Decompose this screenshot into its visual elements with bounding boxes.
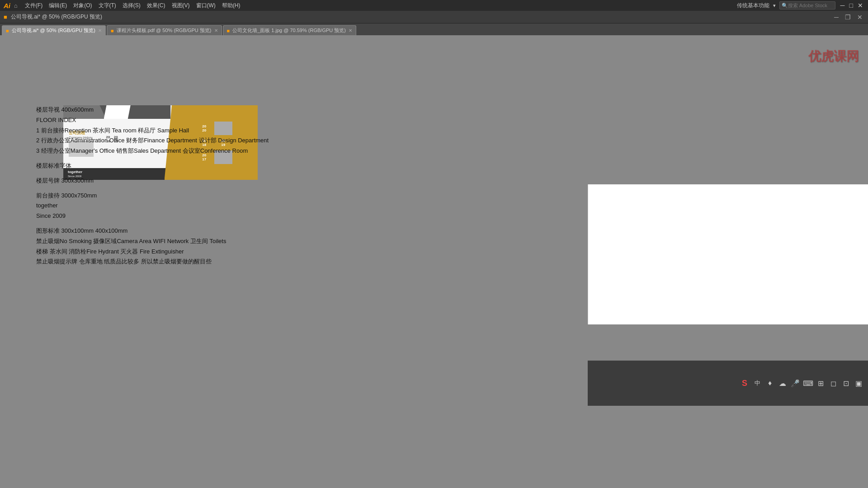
floor-badge-section: 楼层号牌 300x300mm — [36, 176, 375, 186]
search-icon: 🔍 — [782, 3, 788, 9]
floor-badge-size: 楼层号牌 300x300mm — [36, 176, 375, 186]
watermark: 优虎课网 — [808, 48, 859, 65]
note: 禁止吸烟提示牌 仓库重地 纸质品比较多 所以禁止吸烟要做的醒目些 — [36, 257, 375, 267]
title-text: 公司导视.ai* @ 50% (RGB/GPU 预览) — [11, 13, 102, 21]
tab-2-label: 公司文化墙_面板 1.jpg @ 70.59% (RGB/GPU 预览) — [232, 27, 346, 34]
menu-effect[interactable]: 效果(C) — [144, 1, 168, 10]
menu-select[interactable]: 选择(S) — [120, 1, 143, 10]
taskbar-icon-7[interactable]: ⊡ — [841, 378, 851, 388]
window-controls: ─ □ ✕ — [839, 2, 864, 9]
taskbar-icon-4[interactable]: ⌨ — [803, 378, 813, 388]
title-restore[interactable]: ❐ — [843, 14, 853, 21]
right-panel-bottom: S 中 ♦ ☁ 🎤 ⌨ ⊞ ◻ ⊡ ▣ — [588, 361, 868, 406]
window-maximize[interactable]: □ — [848, 2, 854, 9]
floor-guide-section: 楼层导视 400x600mm FLOOR INDEX 1 前台接待Recepti… — [36, 105, 375, 156]
traditional-basic-label[interactable]: 传统基本功能 — [737, 2, 769, 9]
tab-2-icon: ■ — [227, 28, 230, 33]
graphic-standard: 图形标准 300x100mm 400x100mm — [36, 226, 375, 236]
tab-2[interactable]: ■ 公司文化墙_面板 1.jpg @ 70.59% (RGB/GPU 预览) ✕ — [223, 25, 356, 35]
reception-section: 前台接待 3000x750mm together Since 2009 — [36, 191, 375, 221]
search-input[interactable] — [788, 3, 833, 8]
traditional-basic-dropdown[interactable]: ▾ — [773, 3, 776, 9]
menu-edit[interactable]: 编辑(E) — [46, 1, 70, 10]
ai-logo: Ai — [4, 2, 10, 9]
title-close[interactable]: ✕ — [855, 14, 864, 21]
tab-0-label: 公司导视.ai* @ 50% (RGB/GPU 预览) — [12, 27, 95, 34]
title-minimize[interactable]: ─ — [832, 14, 840, 21]
taskbar-icon-2[interactable]: ☁ — [778, 378, 788, 388]
tab-0-icon: ■ — [6, 28, 9, 33]
menu-text[interactable]: 文字(T) — [96, 1, 119, 10]
floor-3: 3 经理办公室Manager's Office 销售部Sales Departm… — [36, 146, 375, 156]
left-content: 楼层导视 400x600mm FLOOR INDEX 1 前台接待Recepti… — [36, 105, 375, 272]
menu-file[interactable]: 文件(F) — [22, 1, 45, 10]
title-controls: ─ ❐ ✕ — [832, 14, 864, 21]
floor-guide-size: 楼层导视 400x600mm — [36, 105, 375, 115]
tab-1[interactable]: ■ 课程片头模板.pdf @ 50% (RGB/GPU 预览) ✕ — [107, 25, 222, 35]
tab-1-icon: ■ — [111, 28, 114, 33]
floor-font-section: 楼层标准字体 — [36, 161, 375, 171]
menu-bar: Ai ⌂ 文件(F) 编辑(E) 对象(O) 文字(T) 选择(S) 效果(C)… — [0, 0, 868, 11]
taskbar-icon-5[interactable]: ⊞ — [816, 378, 826, 388]
tab-1-close[interactable]: ✕ — [214, 28, 218, 33]
other-signs: 楼梯 茶水间 消防栓Fire Hydrant 灭火器 Fire Extingui… — [36, 247, 375, 257]
title-bar: ■ 公司导视.ai* @ 50% (RGB/GPU 预览) ─ ❐ ✕ — [0, 11, 868, 23]
doc-icon: ■ — [4, 14, 7, 20]
no-smoking: 禁止吸烟No Smoking 摄像区域Camera Area WIFI Netw… — [36, 237, 375, 246]
taskbar-icon-6[interactable]: ◻ — [828, 378, 838, 388]
right-section: 传统基本功能 ▾ 🔍 ─ □ ✕ — [737, 1, 864, 9]
since-label: Since 2009 — [36, 211, 375, 221]
floor-1: 1 前台接待Reception 茶水间 Tea room 样品厅 Sample … — [36, 126, 375, 136]
bottom-icons: S 中 ♦ ☁ 🎤 ⌨ ⊞ ◻ ⊡ ▣ — [740, 378, 863, 388]
taskbar-icon-zh[interactable]: 中 — [752, 378, 762, 388]
taskbar-icon-1[interactable]: ♦ — [765, 378, 775, 388]
floor-index-title: FLOOR INDEX — [36, 116, 375, 125]
taskbar-icon-s[interactable]: S — [740, 378, 750, 388]
search-box[interactable]: 🔍 — [779, 1, 835, 9]
tab-1-label: 课程片头模板.pdf @ 50% (RGB/GPU 预览) — [117, 27, 212, 34]
menu-view[interactable]: 视图(V) — [169, 1, 193, 10]
graphic-standard-section: 图形标准 300x100mm 400x100mm 禁止吸烟No Smoking … — [36, 226, 375, 267]
floor-font: 楼层标准字体 — [36, 161, 375, 171]
reception-size: 前台接待 3000x750mm — [36, 191, 375, 201]
main-area: 优虎课网 公司历程 Company history together Since… — [0, 35, 868, 488]
together-label: together — [36, 201, 375, 211]
right-panel-top — [588, 184, 868, 324]
taskbar-icon-8[interactable]: ▣ — [854, 378, 863, 388]
tab-bar: ■ 公司导视.ai* @ 50% (RGB/GPU 预览) ✕ ■ 课程片头模板… — [0, 23, 868, 35]
window-close[interactable]: ✕ — [856, 2, 864, 9]
taskbar-icon-3[interactable]: 🎤 — [790, 378, 800, 388]
tab-0[interactable]: ■ 公司导视.ai* @ 50% (RGB/GPU 预览) ✕ — [2, 25, 106, 35]
window-minimize[interactable]: ─ — [839, 2, 846, 9]
tab-0-close[interactable]: ✕ — [98, 28, 102, 33]
home-icon[interactable]: ⌂ — [14, 2, 18, 9]
menu-object[interactable]: 对象(O) — [71, 1, 94, 10]
menu-window[interactable]: 窗口(W) — [193, 1, 218, 10]
tab-2-close[interactable]: ✕ — [349, 28, 352, 33]
menu-help[interactable]: 帮助(H) — [219, 1, 243, 10]
floor-2: 2 行政办公室Administration Office 财务部Finance … — [36, 136, 375, 145]
